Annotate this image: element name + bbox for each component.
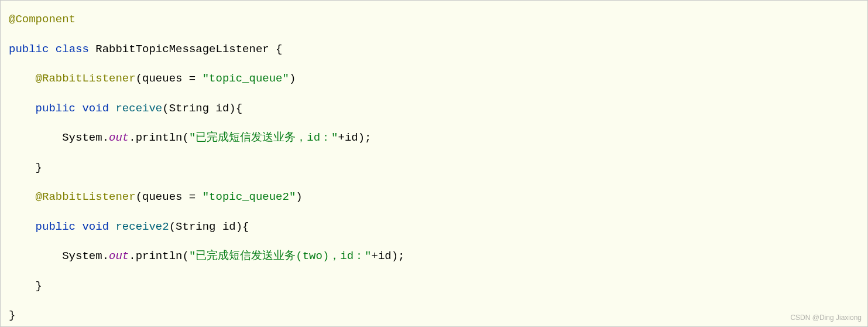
token-string: "topic_queue2"	[203, 190, 296, 203]
token-anno: @RabbitListener	[36, 190, 136, 203]
token-keyword: public	[36, 102, 76, 115]
token-static-field: out	[109, 250, 129, 263]
token-punc: }	[36, 161, 42, 174]
code-line: }	[9, 159, 859, 176]
token-iden: .println(	[129, 131, 189, 144]
token-punc: )	[289, 72, 296, 85]
token-string: "已完成短信发送业务(two)，id："	[189, 250, 372, 263]
token-method-decl: receive	[115, 102, 162, 115]
token-punc	[89, 43, 95, 56]
token-keyword: void	[82, 102, 109, 115]
code-line: public void receive(String id){	[9, 100, 859, 117]
token-string: "topic_queue"	[203, 72, 289, 85]
token-iden: System.	[62, 131, 109, 144]
token-static-field: out	[109, 131, 129, 144]
token-anno: @RabbitListener	[36, 72, 136, 85]
token-punc	[49, 43, 55, 56]
code-line: public void receive2(String id){	[9, 219, 859, 236]
code-line: public class RabbitTopicMessageListener …	[9, 41, 859, 58]
token-punc: }	[9, 309, 15, 322]
token-punc: (queues =	[136, 72, 203, 85]
code-line: }	[9, 307, 859, 324]
watermark-text: CSDN @Ding Jiaxiong	[790, 312, 862, 323]
code-line: @RabbitListener(queues = "topic_queue")	[9, 70, 859, 87]
token-punc: (String id){	[169, 220, 249, 233]
token-keyword: public	[36, 220, 76, 233]
token-string: "已完成短信发送业务，id："	[189, 131, 338, 144]
token-keyword: public	[9, 43, 49, 56]
token-punc: {	[269, 43, 283, 56]
token-punc: }	[36, 280, 42, 292]
token-punc: )	[296, 190, 302, 203]
token-keyword: void	[82, 220, 109, 233]
code-block: @Componentpublic class RabbitTopicMessag…	[9, 11, 859, 324]
code-line: System.out.println("已完成短信发送业务，id："+id);	[9, 130, 859, 147]
token-punc	[76, 102, 82, 115]
token-punc: +id);	[338, 131, 372, 144]
token-punc	[109, 102, 115, 115]
code-line: @RabbitListener(queues = "topic_queue2")	[9, 189, 859, 206]
token-method-decl: receive2	[115, 220, 169, 233]
token-keyword: class	[56, 43, 89, 56]
token-iden: System.	[62, 250, 109, 263]
token-anno: @Component	[9, 13, 76, 26]
token-punc	[109, 220, 115, 233]
code-line: @Component	[9, 11, 859, 28]
token-punc: +id);	[372, 250, 405, 263]
token-punc: (String id){	[162, 102, 242, 115]
token-class-name: RabbitTopicMessageListener	[95, 43, 269, 56]
token-punc: (queues =	[136, 190, 203, 203]
code-line: }	[9, 278, 859, 295]
code-line: System.out.println("已完成短信发送业务(two)，id："+…	[9, 248, 859, 265]
token-iden: .println(	[129, 250, 189, 263]
token-punc	[76, 220, 82, 233]
